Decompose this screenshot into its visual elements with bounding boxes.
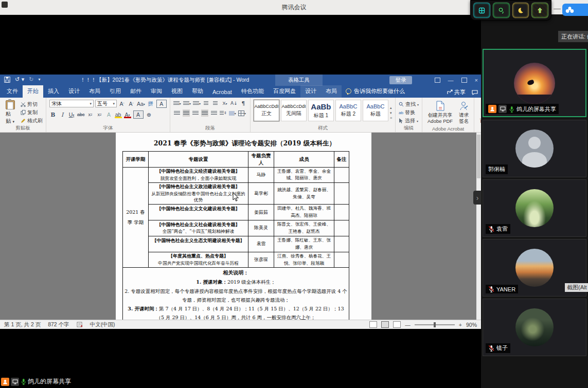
read-mode-icon[interactable] [369, 321, 377, 328]
zoom-in-icon[interactable]: + [459, 322, 462, 328]
font-size-combo[interactable]: 五号▾ [95, 100, 117, 107]
tab-special-features[interactable]: 特色功能 [237, 85, 269, 98]
word-restore-icon[interactable] [461, 78, 467, 83]
game-bar-night-button[interactable] [512, 2, 530, 19]
tab-view[interactable]: 视图 [167, 85, 187, 98]
italic-icon[interactable]: I [59, 111, 66, 118]
video-tile[interactable]: 镜子 [483, 299, 586, 356]
bold-icon[interactable]: B [49, 111, 57, 118]
video-tile[interactable]: 袁雷 [483, 179, 586, 237]
minimize-button[interactable]: — [554, 4, 561, 12]
grow-font-icon[interactable]: Aˆ [118, 100, 126, 107]
zoom-slider[interactable] [415, 324, 455, 325]
game-bar-record-button[interactable] [492, 2, 510, 19]
tab-file[interactable]: 文件 [2, 85, 23, 98]
video-tile[interactable]: 郭俐楠 [483, 120, 586, 177]
document-canvas[interactable]: 2021 春季《形势与政策》课理论专题安排（2019 级本科生） 开课学期 专题… [0, 133, 481, 320]
page-indicator[interactable]: 第 1 页, 共 2 页 [4, 321, 41, 328]
character-border-icon[interactable]: A [156, 100, 167, 108]
qat-customize-icon[interactable]: ▾ [38, 77, 40, 82]
video-tile-sharer[interactable]: 鸽儿的屏幕共享 [483, 49, 586, 117]
tab-mailings[interactable]: 邮件 [126, 85, 146, 98]
phonetic-guide-icon[interactable]: 拼 [147, 100, 154, 107]
subscript-icon[interactable]: x2 [87, 111, 94, 118]
tab-baidu-netdisk[interactable]: 百度网盘 [269, 85, 300, 98]
styles-scroll-down-icon[interactable]: ▾ [390, 111, 392, 115]
tab-insert[interactable]: 插入 [43, 85, 64, 98]
align-justify-icon[interactable] [201, 109, 208, 117]
redo-icon[interactable]: ↻ [29, 76, 33, 83]
game-bar-grid-button[interactable] [473, 2, 491, 19]
strikethrough-icon[interactable]: abc [77, 111, 85, 118]
tab-review[interactable]: 审阅 [146, 85, 167, 98]
underline-icon[interactable]: U▾ [68, 111, 75, 118]
font-name-combo[interactable]: 宋体▾ [49, 100, 94, 107]
proofing-icon[interactable] [77, 322, 83, 327]
tab-layout[interactable]: 布局 [84, 85, 105, 98]
text-effects-icon[interactable]: A [105, 111, 113, 118]
align-left-icon[interactable] [173, 109, 181, 117]
line-spacing-icon[interactable]: ⇕ [220, 109, 227, 117]
print-layout-icon[interactable] [381, 321, 389, 328]
create-share-pdf-button[interactable]: 创建并共享Adobe PDF [425, 100, 455, 125]
style-heading1[interactable]: AaBb标题 1 [308, 100, 334, 121]
language-indicator[interactable]: 中文(中国) [90, 321, 115, 328]
format-painter-button[interactable]: 格式刷 [21, 117, 43, 124]
web-layout-icon[interactable] [393, 321, 401, 328]
paste-button[interactable]: 粘贴 ▾ [3, 100, 17, 125]
show-marks-icon[interactable]: ¶ [240, 100, 247, 107]
increase-indent-icon[interactable] [212, 100, 219, 107]
shading-icon[interactable]: ▾ [229, 109, 236, 117]
change-case-icon[interactable]: Aa▾ [137, 100, 145, 107]
borders-icon[interactable]: ▾ [238, 109, 246, 117]
document-page[interactable]: 2021 春季《形势与政策》课理论专题安排（2019 级本科生） 开课学期 专题… [116, 133, 371, 320]
sidebar-collapse-arrow[interactable]: › [473, 191, 482, 205]
zoom-out-icon[interactable]: — [405, 322, 411, 328]
find-button[interactable]: 查找 ▾ [399, 101, 419, 108]
login-button[interactable]: 登录 [389, 76, 412, 84]
replace-button[interactable]: ab替换 [399, 109, 419, 116]
save-icon[interactable] [4, 77, 10, 83]
zoom-level[interactable]: 90% [466, 322, 477, 328]
decrease-indent-icon[interactable] [203, 100, 210, 107]
tab-table-layout[interactable]: 布局 [321, 85, 342, 98]
align-right-icon[interactable] [192, 109, 199, 117]
shrink-font-icon[interactable]: Aˇ [128, 100, 135, 107]
ribbon-display-options-icon[interactable] [435, 78, 440, 83]
word-minimize-icon[interactable]: — [448, 77, 454, 83]
style-heading2[interactable]: AaBbC标题 2 [335, 100, 361, 121]
select-button[interactable]: 选择 ▾ [399, 117, 419, 124]
distribute-icon[interactable] [210, 109, 218, 117]
align-center-icon[interactable] [183, 109, 190, 117]
tab-acrobat[interactable]: Acrobat [208, 87, 237, 98]
style-title[interactable]: AaBbC标题 [363, 100, 388, 121]
sort-icon[interactable]: A↓ [230, 100, 238, 107]
request-signature-button[interactable]: 请求签名 [457, 100, 471, 125]
tab-home[interactable]: 开始 [23, 85, 43, 98]
word-count[interactable]: 872 个字 [48, 321, 69, 328]
undo-icon[interactable]: ↺ ▾ [15, 76, 24, 83]
style-no-spacing[interactable]: AaBbCcDdI无间隔 [281, 100, 307, 121]
styles-scroll-up-icon[interactable]: ▴ [390, 106, 392, 110]
tell-me-box[interactable]: 告诉我你想要做什么 [342, 85, 409, 98]
bullets-icon[interactable]: ▾ [173, 100, 181, 107]
tab-help[interactable]: 帮助 [187, 85, 208, 98]
cut-button[interactable]: 剪切 [21, 101, 43, 108]
game-bar-share-button[interactable] [531, 2, 549, 19]
scrollbar-thumb[interactable] [477, 135, 480, 178]
zoom-slider-thumb[interactable] [434, 322, 436, 327]
tab-table-design[interactable]: 设计 [300, 85, 321, 98]
tab-design[interactable]: 设计 [64, 85, 84, 98]
enclose-characters-icon[interactable]: ⊕ [146, 111, 153, 118]
superscript-icon[interactable]: x2 [96, 111, 103, 118]
share-button[interactable]: 共享 [447, 88, 466, 96]
document-scrollbar[interactable] [476, 133, 481, 320]
copy-button[interactable]: 复制 [21, 109, 43, 116]
highlight-color-icon[interactable]: ab [115, 111, 122, 118]
style-normal[interactable]: AaBbCcDdI正文 [254, 100, 279, 121]
comments-icon[interactable] [472, 90, 478, 95]
font-color-icon[interactable]: A▾ [124, 111, 131, 118]
baidu-netdisk-pill[interactable] [562, 4, 588, 16]
word-close-icon[interactable]: × [475, 77, 478, 83]
numbering-icon[interactable]: ▾ [183, 100, 191, 107]
